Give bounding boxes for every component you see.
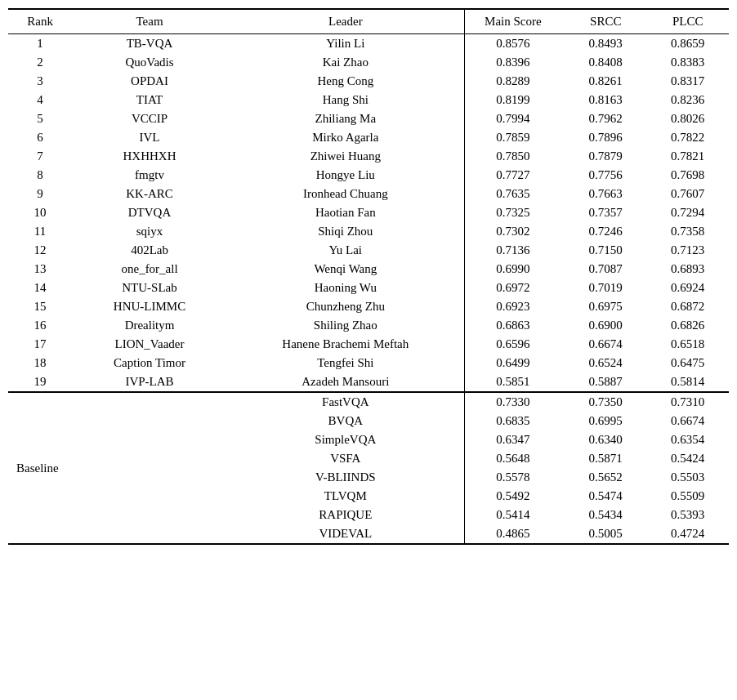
main-score-cell: 0.7325 bbox=[464, 203, 565, 222]
header-row: Rank Team Leader Main Score SRCC PLCC bbox=[8, 9, 729, 34]
main-score-cell: 0.7136 bbox=[464, 241, 565, 260]
srcc-cell: 0.7896 bbox=[565, 128, 646, 147]
srcc-cell: 0.6900 bbox=[565, 316, 646, 335]
baseline-team-empty bbox=[72, 449, 227, 468]
baseline-main-score: 0.6347 bbox=[464, 430, 565, 449]
srcc-cell: 0.7756 bbox=[565, 166, 646, 185]
rank-cell: 6 bbox=[8, 128, 72, 147]
table-row: 12 402Lab Yu Lai 0.7136 0.7150 0.7123 bbox=[8, 241, 729, 260]
plcc-cell: 0.8383 bbox=[646, 53, 729, 72]
rank-cell: 15 bbox=[8, 297, 72, 316]
srcc-cell: 0.8261 bbox=[565, 72, 646, 91]
plcc-header: PLCC bbox=[646, 9, 729, 34]
baseline-team-empty bbox=[72, 506, 227, 524]
plcc-cell: 0.7123 bbox=[646, 241, 729, 260]
plcc-cell: 0.8026 bbox=[646, 109, 729, 128]
leader-cell: Yu Lai bbox=[227, 241, 464, 260]
rank-header: Rank bbox=[8, 9, 72, 34]
baseline-row: BVQA 0.6835 0.6995 0.6674 bbox=[8, 412, 729, 430]
table-row: 7 HXHHXH Zhiwei Huang 0.7850 0.7879 0.78… bbox=[8, 147, 729, 166]
baseline-name-cell: FastVQA bbox=[227, 392, 464, 412]
team-header: Team bbox=[72, 9, 227, 34]
leader-cell: Heng Cong bbox=[227, 72, 464, 91]
baseline-team-empty bbox=[72, 412, 227, 430]
baseline-team-empty bbox=[72, 487, 227, 506]
rank-cell: 7 bbox=[8, 147, 72, 166]
srcc-cell: 0.7150 bbox=[565, 241, 646, 260]
rank-cell: 11 bbox=[8, 222, 72, 241]
rank-cell: 13 bbox=[8, 260, 72, 279]
rank-cell: 19 bbox=[8, 372, 72, 392]
leader-cell: Hanene Brachemi Meftah bbox=[227, 335, 464, 354]
main-score-cell: 0.7302 bbox=[464, 222, 565, 241]
baseline-srcc: 0.5434 bbox=[565, 506, 646, 524]
plcc-cell: 0.7821 bbox=[646, 147, 729, 166]
baseline-label: Baseline bbox=[8, 392, 72, 544]
rank-cell: 9 bbox=[8, 185, 72, 203]
table-row: 5 VCCIP Zhiliang Ma 0.7994 0.7962 0.8026 bbox=[8, 109, 729, 128]
team-cell: TIAT bbox=[72, 91, 227, 109]
baseline-row: VIDEVAL 0.4865 0.5005 0.4724 bbox=[8, 524, 729, 544]
main-score-cell: 0.8396 bbox=[464, 53, 565, 72]
leader-header: Leader bbox=[227, 9, 464, 34]
baseline-main-score: 0.7330 bbox=[464, 392, 565, 412]
baseline-plcc: 0.4724 bbox=[646, 524, 729, 544]
plcc-cell: 0.5814 bbox=[646, 372, 729, 392]
main-score-cell: 0.8199 bbox=[464, 91, 565, 109]
srcc-cell: 0.7357 bbox=[565, 203, 646, 222]
leader-cell: Chunzheng Zhu bbox=[227, 297, 464, 316]
baseline-plcc: 0.5424 bbox=[646, 449, 729, 468]
leader-cell: Yilin Li bbox=[227, 34, 464, 54]
baseline-row: SimpleVQA 0.6347 0.6340 0.6354 bbox=[8, 430, 729, 449]
baseline-row: TLVQM 0.5492 0.5474 0.5509 bbox=[8, 487, 729, 506]
srcc-cell: 0.7246 bbox=[565, 222, 646, 241]
main-score-cell: 0.8576 bbox=[464, 34, 565, 54]
srcc-header: SRCC bbox=[565, 9, 646, 34]
srcc-cell: 0.7879 bbox=[565, 147, 646, 166]
baseline-team-empty bbox=[72, 524, 227, 544]
plcc-cell: 0.6475 bbox=[646, 354, 729, 372]
baseline-main-score: 0.5648 bbox=[464, 449, 565, 468]
team-cell: QuoVadis bbox=[72, 53, 227, 72]
leader-cell: Hongye Liu bbox=[227, 166, 464, 185]
baseline-name-cell: V-BLIINDS bbox=[227, 468, 464, 487]
baseline-plcc: 0.5503 bbox=[646, 468, 729, 487]
leader-cell: Haoning Wu bbox=[227, 279, 464, 297]
main-score-cell: 0.8289 bbox=[464, 72, 565, 91]
team-cell: OPDAI bbox=[72, 72, 227, 91]
table-row: 15 HNU-LIMMC Chunzheng Zhu 0.6923 0.6975… bbox=[8, 297, 729, 316]
main-score-cell: 0.6923 bbox=[464, 297, 565, 316]
team-cell: HNU-LIMMC bbox=[72, 297, 227, 316]
table-row: 17 LION_Vaader Hanene Brachemi Meftah 0.… bbox=[8, 335, 729, 354]
baseline-srcc: 0.7350 bbox=[565, 392, 646, 412]
baseline-plcc: 0.6674 bbox=[646, 412, 729, 430]
main-score-cell: 0.5851 bbox=[464, 372, 565, 392]
rank-cell: 2 bbox=[8, 53, 72, 72]
plcc-cell: 0.8317 bbox=[646, 72, 729, 91]
main-score-cell: 0.6990 bbox=[464, 260, 565, 279]
rank-cell: 3 bbox=[8, 72, 72, 91]
baseline-row: Baseline FastVQA 0.7330 0.7350 0.7310 bbox=[8, 392, 729, 412]
team-cell: IVL bbox=[72, 128, 227, 147]
team-cell: LION_Vaader bbox=[72, 335, 227, 354]
baseline-plcc: 0.7310 bbox=[646, 392, 729, 412]
leader-cell: Kai Zhao bbox=[227, 53, 464, 72]
plcc-cell: 0.6518 bbox=[646, 335, 729, 354]
baseline-row: V-BLIINDS 0.5578 0.5652 0.5503 bbox=[8, 468, 729, 487]
baseline-name-cell: RAPIQUE bbox=[227, 506, 464, 524]
baseline-srcc: 0.5005 bbox=[565, 524, 646, 544]
table-row: 4 TIAT Hang Shi 0.8199 0.8163 0.8236 bbox=[8, 91, 729, 109]
srcc-cell: 0.8493 bbox=[565, 34, 646, 54]
srcc-cell: 0.5887 bbox=[565, 372, 646, 392]
plcc-cell: 0.8659 bbox=[646, 34, 729, 54]
baseline-main-score: 0.6835 bbox=[464, 412, 565, 430]
table-row: 13 one_for_all Wenqi Wang 0.6990 0.7087 … bbox=[8, 260, 729, 279]
baseline-name-cell: SimpleVQA bbox=[227, 430, 464, 449]
leader-cell: Azadeh Mansouri bbox=[227, 372, 464, 392]
main-score-cell: 0.6499 bbox=[464, 354, 565, 372]
plcc-cell: 0.6826 bbox=[646, 316, 729, 335]
baseline-team-empty bbox=[72, 392, 227, 412]
table-row: 3 OPDAI Heng Cong 0.8289 0.8261 0.8317 bbox=[8, 72, 729, 91]
table-row: 1 TB-VQA Yilin Li 0.8576 0.8493 0.8659 bbox=[8, 34, 729, 54]
rank-cell: 16 bbox=[8, 316, 72, 335]
